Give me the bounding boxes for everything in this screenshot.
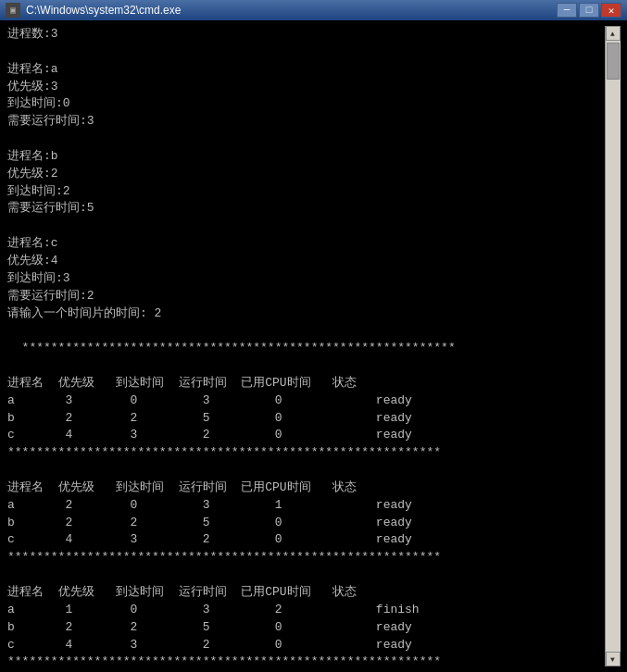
stars3: ****************************************… (7, 549, 605, 566)
scrollbar-track[interactable] (606, 41, 621, 652)
proc-a-run: 需要运行时间:3 (7, 113, 605, 131)
proc-c-run: 需要运行时间:2 (7, 288, 605, 305)
blank1 (7, 44, 605, 61)
title-bar-left: ▣ C:\Windows\system32\cmd.exe (6, 3, 181, 18)
process-count: 进程数:3 (7, 26, 605, 44)
proc-c-name: 进程名:c (7, 235, 605, 253)
blank2 (7, 131, 605, 148)
proc-b-arrive: 到达时间:2 (7, 183, 605, 201)
cmd-window: ▣ C:\Windows\system32\cmd.exe ─ □ ✕ 进程数:… (0, 0, 627, 672)
blank6 (7, 462, 605, 479)
table1-row1: a 3 0 3 0 ready (7, 392, 605, 410)
table2-row1: a 2 0 3 1 ready (7, 497, 605, 515)
table2-header: 进程名 优先级 到达时间 运行时间 已用CPU时间 状态 (7, 479, 605, 497)
proc-b-run: 需要运行时间:5 (7, 200, 605, 218)
table3-row1: a 1 0 3 2 finish (7, 602, 605, 619)
maximize-button[interactable]: □ (579, 3, 599, 18)
table3-header: 进程名 优先级 到达时间 运行时间 已用CPU时间 状态 (7, 584, 605, 602)
scroll-up-button[interactable]: ▲ (606, 26, 621, 41)
minimize-button[interactable]: ─ (557, 3, 577, 18)
title-bar: ▣ C:\Windows\system32\cmd.exe ─ □ ✕ (0, 0, 627, 20)
close-button[interactable]: ✕ (601, 3, 621, 18)
cmd-icon: ▣ (6, 3, 20, 18)
stars1: ****************************************… (7, 340, 605, 357)
console-area: 进程数:3 进程名:a 优先级:3 到达时间:0 需要运行时间:3 进程名:b … (0, 20, 627, 672)
table1-header: 进程名 优先级 到达时间 运行时间 已用CPU时间 状态 (7, 375, 605, 392)
title-bar-buttons: ─ □ ✕ (557, 3, 621, 18)
proc-b-priority: 优先级:2 (7, 166, 605, 183)
blank4 (7, 322, 605, 340)
console-content: 进程数:3 进程名:a 优先级:3 到达时间:0 需要运行时间:3 进程名:b … (7, 26, 605, 666)
proc-c-priority: 优先级:4 (7, 253, 605, 270)
stars4: ****************************************… (7, 653, 605, 666)
scrollbar-thumb[interactable] (607, 43, 620, 80)
proc-a-name: 进程名:a (7, 61, 605, 79)
proc-a-priority: 优先级:3 (7, 79, 605, 96)
blank7 (7, 566, 605, 584)
blank5 (7, 357, 605, 375)
scroll-down-button[interactable]: ▼ (606, 652, 621, 666)
table2-row3: c 4 3 2 0 ready (7, 531, 605, 549)
proc-c-arrive: 到达时间:3 (7, 270, 605, 288)
proc-a-arrive: 到达时间:0 (7, 95, 605, 113)
blank3 (7, 218, 605, 235)
table1-row3: c 4 3 2 0 ready (7, 427, 605, 444)
table1-row2: b 2 2 5 0 ready (7, 410, 605, 428)
table3-row2: b 2 2 5 0 ready (7, 619, 605, 637)
table2-row2: b 2 2 5 0 ready (7, 515, 605, 532)
scrollbar[interactable]: ▲ ▼ (605, 26, 620, 666)
proc-b-name: 进程名:b (7, 148, 605, 166)
timeslice-prompt: 请输入一个时间片的时间: 2 (7, 305, 605, 323)
window-title: C:\Windows\system32\cmd.exe (26, 4, 181, 17)
table3-row3: c 4 3 2 0 ready (7, 637, 605, 654)
stars2: ****************************************… (7, 444, 605, 462)
